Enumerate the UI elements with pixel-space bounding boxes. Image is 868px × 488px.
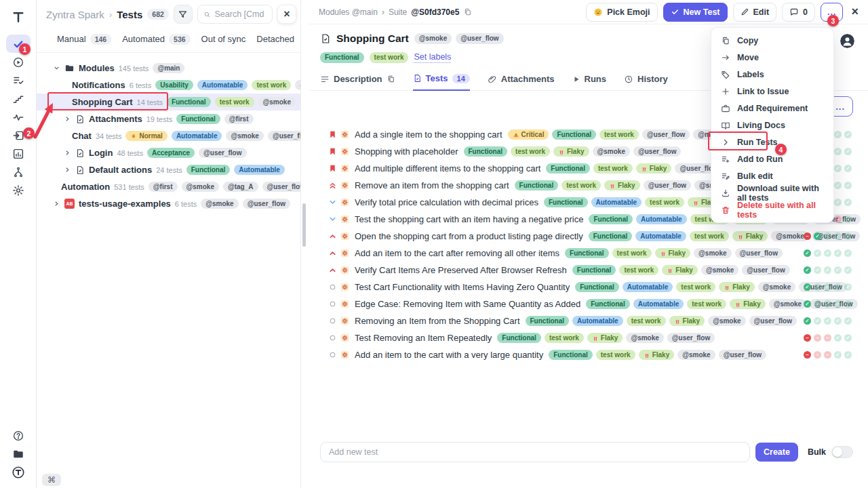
bulk-toggle[interactable] — [831, 446, 853, 458]
brand-logo-icon[interactable] — [6, 463, 31, 481]
help-icon[interactable] — [6, 426, 31, 445]
test-row[interactable]: Open the shopping cart from a product li… — [309, 228, 868, 245]
filter-automated[interactable]: Automated536 — [122, 34, 190, 45]
tab-history[interactable]: History — [624, 74, 668, 90]
scrollbar-thumb[interactable] — [302, 203, 306, 247]
breadcrumb-project[interactable]: Zyntra Spark — [46, 9, 104, 20]
tree-item-chat[interactable]: Chat34 testsNormalAutomatable@smoke@user… — [37, 127, 300, 144]
pick-emoji-button[interactable]: Pick Emoji — [586, 3, 657, 22]
tree-item-attachments[interactable]: Attachments19 testsFunctional@first — [37, 110, 300, 127]
nav-plans-icon[interactable] — [6, 71, 31, 89]
tab-tests[interactable]: Tests14 — [413, 73, 470, 91]
search-input[interactable] — [215, 9, 267, 19]
menu-item-link-to-issue[interactable]: Link to Issue — [711, 83, 833, 100]
tag-pill: @user_flow — [719, 350, 766, 361]
test-title[interactable]: Edge Case: Removing Item with Same Quant… — [355, 299, 580, 309]
nav-tests-icon[interactable] — [6, 35, 31, 53]
run-status-dot: − — [824, 334, 831, 342]
filter-manual[interactable]: Manual146 — [57, 34, 111, 45]
nav-reports-icon[interactable] — [6, 144, 31, 163]
menu-item-add-to-run[interactable]: Add to Run — [711, 150, 833, 167]
test-row[interactable]: Removing an Item from the Shopping CartF… — [309, 312, 868, 329]
test-title[interactable]: Test the shopping cart with an item havi… — [355, 214, 583, 224]
test-title[interactable]: Test Cart Functionality with Items Havin… — [355, 282, 570, 292]
nav-steps-icon[interactable] — [6, 89, 31, 108]
test-row[interactable]: Add an item to the cart with a very larg… — [309, 346, 868, 363]
filter-button[interactable] — [174, 5, 193, 24]
menu-item-move[interactable]: Move — [711, 49, 833, 66]
filter-detached[interactable]: Detached — [256, 34, 294, 44]
run-status-dot: ✓ — [804, 249, 811, 257]
run-status-dot: ✓ — [844, 148, 852, 155]
nav-branches-icon[interactable] — [6, 163, 31, 181]
rail-bottom — [6, 426, 31, 488]
more-actions-button[interactable]: ... — [821, 3, 843, 22]
close-suite-button[interactable]: × — [851, 5, 859, 19]
tag-pill: @user_flow — [199, 148, 246, 159]
nav-runs-icon[interactable] — [6, 53, 31, 71]
close-search-button[interactable]: × — [277, 5, 296, 24]
run-status-dot: ✓ — [844, 300, 852, 308]
nav-settings-icon[interactable] — [6, 181, 31, 199]
tab-description[interactable]: Description — [320, 74, 395, 90]
tree-item-modules[interactable]: Modules145 tests@main — [37, 60, 300, 77]
tree-item-tests-usage-examples[interactable]: ABtests-usage-examples6 tests@smoke@user… — [37, 195, 300, 212]
search-box[interactable] — [197, 5, 273, 24]
tree-item-default-actions[interactable]: Default actions24 testsFunctionalAutomat… — [37, 161, 300, 178]
set-labels-link[interactable]: Set labels — [414, 52, 451, 63]
menu-item-add-requirement[interactable]: Add Requirement — [711, 100, 833, 117]
tag-pill: Flaky — [636, 163, 672, 174]
run-status-dots: −✓✓✓✓ — [804, 232, 852, 240]
menu-item-delete-suite[interactable]: Delete suite with all tests — [711, 201, 833, 218]
test-row[interactable]: Add an item to the cart after removing a… — [309, 245, 868, 262]
nav-activity-icon[interactable] — [6, 108, 31, 126]
tree-item-shopping-cart[interactable]: Shopping Cart14 testsFunctionaltest work… — [37, 94, 300, 110]
tag-pill: @first — [224, 114, 254, 125]
copy-id-icon[interactable] — [463, 7, 472, 16]
user-avatar[interactable] — [840, 34, 854, 48]
comments-button[interactable]: 0 — [782, 3, 815, 22]
projects-folder-icon[interactable] — [6, 445, 31, 463]
tree-item-notifications[interactable]: Notifications6 testsUsabilityAutomatable… — [37, 77, 300, 94]
menu-item-copy[interactable]: Copy — [711, 32, 833, 49]
tree-item-login[interactable]: Login48 testsAcceptance@user_flow — [37, 144, 300, 161]
run-status-dot: ✓ — [804, 300, 811, 308]
test-row[interactable]: Edge Case: Removing Item with Same Quant… — [309, 296, 868, 312]
tree-item-automation[interactable]: Automation531 tests@first@smoke@tag_A@us… — [37, 178, 300, 195]
test-title[interactable]: Shopping with placeholder — [355, 146, 458, 157]
test-title[interactable]: Verify Cart Items Are Preserved After Br… — [355, 265, 567, 275]
tab-runs[interactable]: Runs — [572, 74, 607, 90]
test-row[interactable]: Test Removing an Item RepeatedlyFunction… — [309, 329, 868, 346]
test-title[interactable]: Open the shopping cart from a product li… — [355, 231, 583, 241]
edit-button[interactable]: Edit — [733, 3, 777, 22]
menu-item-living-docs[interactable]: Living Docs — [711, 117, 833, 134]
menu-item-bulk-edit[interactable]: Bulk edit — [711, 167, 833, 184]
menu-item-labels[interactable]: Labels — [711, 66, 833, 83]
test-title[interactable]: Test Removing an Item Repeatedly — [355, 333, 492, 343]
run-status-dot: ✓ — [834, 131, 842, 138]
tag-pill: Automatable — [234, 165, 285, 176]
test-row[interactable]: Test Cart Functionality with Items Havin… — [309, 279, 868, 296]
test-title[interactable]: Removing an Item from the Shopping Cart — [355, 316, 520, 326]
test-title[interactable]: Add an item to the cart after removing a… — [355, 248, 559, 258]
tag-pill: @user_flow — [243, 199, 290, 209]
test-title[interactable]: Add multiple different items to the shop… — [355, 163, 540, 174]
add-test-input[interactable] — [320, 442, 750, 462]
create-button[interactable]: Create — [755, 443, 798, 462]
new-test-button[interactable]: New Test — [663, 3, 728, 22]
test-title[interactable]: Add a single item to the shopping cart — [355, 129, 502, 140]
filter-out-of-sync[interactable]: Out of sync — [201, 34, 246, 44]
nav-import-icon[interactable] — [6, 126, 31, 144]
tag-pill: Automatable — [636, 214, 687, 225]
menu-item-download-suite[interactable]: Download suite with all tests — [711, 184, 833, 201]
test-title[interactable]: Remove an item from the shopping cart — [355, 180, 509, 190]
tag-pill: Flaky — [639, 350, 675, 361]
menu-item-run-tests[interactable]: Run Tests — [711, 134, 833, 150]
tab-attachments[interactable]: Attachments — [488, 74, 555, 90]
main-header: Modules @main › Suite @S0fd370e5 Pick Em… — [309, 0, 868, 24]
test-title[interactable]: Add an item to the cart with a very larg… — [355, 350, 543, 360]
test-title[interactable]: Verify total price calculation with deci… — [355, 197, 538, 207]
tag-pill: Flaky — [669, 316, 705, 327]
test-row[interactable]: Verify Cart Items Are Preserved After Br… — [309, 262, 868, 279]
breadcrumb-parent[interactable]: Modules @main — [319, 7, 378, 17]
